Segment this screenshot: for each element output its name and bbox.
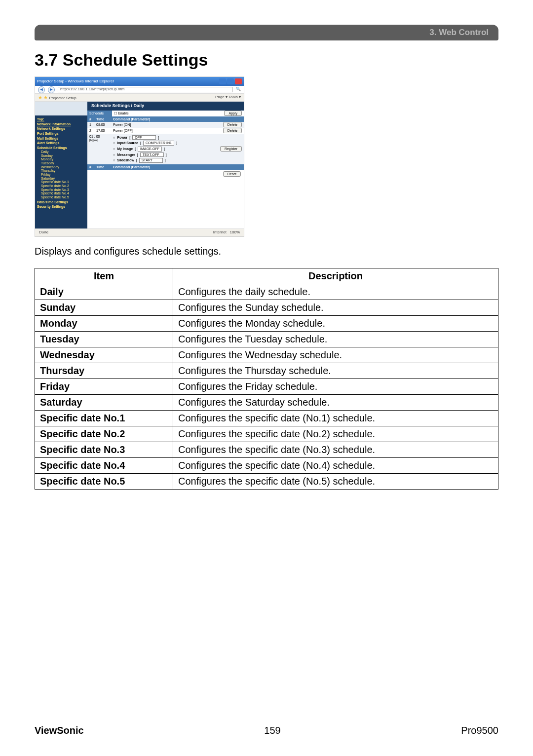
sidebar-item[interactable]: Network Settings [37,127,85,131]
sidebar-sub[interactable]: Tuesday [37,161,85,165]
embedded-screenshot: Projector Setup - Windows Internet Explo… [35,76,244,237]
desc-cell: Configures the Friday schedule. [173,379,498,395]
item-cell: Saturday [35,395,173,411]
radio[interactable]: ○ [113,147,115,151]
sidebar-netinfo[interactable]: Network Information [37,122,85,126]
sidebar-sub[interactable]: Daily [37,150,85,154]
schedule-row: 1 08:00 Power [ON] Delete [87,122,244,128]
sidebar-sub[interactable]: Specific date No.3 [37,188,85,192]
chapter-label: 3. Web Control [429,28,489,38]
item-cell: Thursday [35,363,173,379]
item-cell: Specific date No.2 [35,426,173,442]
col-desc: Description [173,268,498,284]
sidebar-sub[interactable]: Saturday [37,177,85,181]
slideshow-select[interactable]: START [139,158,163,163]
hour-select[interactable]: 01 [89,135,93,138]
forward-icon[interactable]: ► [48,86,55,93]
projector-sidebar: Top: Network Information Network Setting… [35,102,87,228]
sidebar-item[interactable]: Date/Time Settings [37,200,85,204]
delete-button[interactable]: Delete [223,122,242,127]
footer-model: Pro9500 [461,725,498,736]
messenger-select[interactable]: TEXT-OFF [140,152,164,157]
address-bar[interactable]: ◄ ► http://192.168.1.10/html/prjsetup.ht… [35,86,244,94]
url-field[interactable]: http://192.168.1.10/html/prjsetup.htm [58,87,233,92]
table-row: ThursdayConfigures the Thursday schedule… [35,363,498,379]
item-cell: Specific date No.1 [35,411,173,426]
favorite-icon[interactable]: ★ [38,95,42,100]
tab-label[interactable]: Projector Setup [49,96,76,100]
sidebar-item[interactable]: Alert Settings [37,141,85,145]
back-icon[interactable]: ◄ [38,86,45,93]
desc-cell: Configures the Saturday schedule. [173,395,498,411]
power-select[interactable]: OFF [132,135,156,140]
item-cell: Friday [35,379,173,395]
table-row: Specific date No.1Configures the specifi… [35,411,498,426]
sidebar-sub[interactable]: Monday [37,157,85,161]
desc-cell: Configures the Sunday schedule. [173,300,498,316]
sidebar-item[interactable]: Schedule Settings [37,146,85,150]
delete-button[interactable]: Delete [223,128,242,133]
sidebar-sub[interactable]: Thursday [37,169,85,173]
browser-statusbar: Done Internet 100% [35,228,244,236]
sidebar-sub[interactable]: Sunday [37,154,85,158]
sidebar-sub[interactable]: Friday [37,173,85,177]
reset-button[interactable]: Reset [223,171,241,177]
table-row: SundayConfigures the Sunday schedule. [35,300,498,316]
desc-cell: Configures the specific date (No.1) sche… [173,411,498,426]
col-item: Item [35,268,173,284]
register-button[interactable]: Register [220,146,242,151]
chapter-header: 3. Web Control [35,25,498,40]
desc-cell: Configures the Wednesday schedule. [173,347,498,363]
toolbar-right[interactable]: Page ▾ Tools ▾ [215,95,241,100]
sidebar-item[interactable]: Port Settings [37,132,85,136]
table-row: WednesdayConfigures the Wednesday schedu… [35,347,498,363]
section-title: 3.7 Schedule Settings [35,50,498,70]
sidebar-item[interactable]: Mail Settings [37,137,85,141]
table-row: FridayConfigures the Friday schedule. [35,379,498,395]
sidebar-sub[interactable]: Wednesday [37,165,85,169]
sidebar-sub[interactable]: Specific date No.4 [37,191,85,195]
window-controls[interactable] [219,78,242,84]
apply-button[interactable]: Apply [224,111,242,116]
sidebar-sub[interactable]: Specific date No.2 [37,184,85,188]
sidebar-sub[interactable]: Specific date No.5 [37,195,85,199]
sidebar-sub[interactable]: Specific date No.1 [37,180,85,184]
window-title: Projector Setup - Windows Internet Explo… [37,79,114,84]
radio[interactable]: ○ [113,136,115,140]
item-cell: Wednesday [35,347,173,363]
table-row: Specific date No.2Configures the specifi… [35,426,498,442]
desc-cell: Configures the specific date (No.2) sche… [173,426,498,442]
intro-text: Displays and configures schedule setting… [35,246,498,257]
desc-cell: Configures the Monday schedule. [173,316,498,332]
desc-cell: Configures the Tuesday schedule. [173,332,498,347]
page-footer: ViewSonic 159 Pro9500 [35,725,498,736]
panel-title: Schedule Settings / Daily [87,102,244,111]
window-titlebar: Projector Setup - Windows Internet Explo… [35,77,244,86]
desc-cell: Configures the specific date (No.3) sche… [173,442,498,458]
radio[interactable]: ○ [113,158,115,162]
table-row: Specific date No.4Configures the specifi… [35,458,498,474]
sidebar-item[interactable]: Security Settings [37,205,85,209]
status-zoom: 100% [230,230,240,234]
item-cell: Sunday [35,300,173,316]
sidebar-logo [35,102,87,115]
myimage-select[interactable]: IMAGE-OFF [138,147,162,151]
radio[interactable]: ○ [113,153,115,157]
col-cmd: Command [Parameter] [111,116,218,122]
table-row: Specific date No.5Configures the specifi… [35,474,498,490]
description-table: Item Description DailyConfigures the dai… [35,268,498,490]
input-select[interactable]: COMPUTER IN1 [143,141,174,146]
desc-cell: Configures the Thursday schedule. [173,363,498,379]
radio[interactable]: ○ [113,141,115,145]
minute-select[interactable]: 00 [96,135,100,138]
sidebar-top[interactable]: Top: [37,117,85,121]
footer-brand: ViewSonic [35,725,84,736]
table-row: TuesdayConfigures the Tuesday schedule. [35,332,498,347]
status-zone: Internet [213,230,227,234]
schedule-label: Schedule [87,111,112,116]
enable-checkbox[interactable]: ☐ Enable [114,112,129,115]
col-num: # [87,116,94,122]
item-cell: Tuesday [35,332,173,347]
item-cell: Daily [35,284,173,300]
table-row: SaturdayConfigures the Saturday schedule… [35,395,498,411]
